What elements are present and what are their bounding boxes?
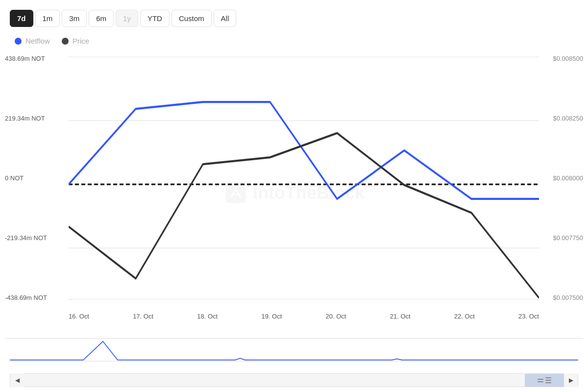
period-3m-button[interactable]: 3m [62, 10, 87, 27]
chart-wrapper: IntoTheBlock 438.69m NOT 219.34m NOT 0 N… [5, 50, 583, 387]
scroll-thumb[interactable] [525, 374, 564, 387]
x-label-0: 16. Oct [69, 313, 89, 320]
x-label-2: 18. Oct [197, 313, 218, 320]
netflow-dot [15, 38, 22, 45]
time-period-selector: 7d 1m 3m 6m 1y YTD Custom All [5, 10, 583, 27]
mini-chart-container[interactable]: May '24 Jul '24 Sep '24 ◀ [5, 338, 583, 387]
x-label-3: 19. Oct [261, 313, 282, 320]
netflow-label: Netflow [25, 37, 50, 45]
x-label-1: 17. Oct [133, 313, 153, 320]
chart-legend: Netflow Price [5, 37, 583, 45]
grip-line-1 [545, 377, 551, 378]
period-ytd-button[interactable]: YTD [140, 10, 170, 27]
y-axis-right: $0.008500 $0.008250 $0.008000 $0.007750 … [539, 50, 583, 306]
scroll-left-handle [538, 379, 543, 382]
x-label-4: 20. Oct [326, 313, 346, 320]
period-7d-button[interactable]: 7d [10, 10, 33, 27]
x-axis: 16. Oct 17. Oct 18. Oct 19. Oct 20. Oct … [69, 309, 539, 333]
y-left-label-2: 0 NOT [5, 174, 69, 182]
y-right-label-0: $0.008500 [539, 55, 583, 62]
x-label-6: 22. Oct [454, 313, 475, 320]
scroll-right-button[interactable]: ▶ [564, 373, 578, 387]
grip-line-2 [545, 380, 551, 381]
y-axis-left: 438.69m NOT 219.34m NOT 0 NOT -219.34m N… [5, 50, 69, 306]
y-right-label-1: $0.008250 [539, 115, 583, 122]
main-container: 7d 1m 3m 6m 1y YTD Custom All Netflow Pr… [0, 0, 588, 392]
scroll-left-button[interactable]: ◀ [10, 373, 24, 387]
handle-line-1 [538, 379, 543, 380]
price-label: Price [73, 37, 89, 45]
y-right-label-3: $0.007750 [539, 234, 583, 242]
period-custom-button[interactable]: Custom [172, 10, 212, 27]
main-chart[interactable]: IntoTheBlock 438.69m NOT 219.34m NOT 0 N… [5, 50, 583, 336]
y-left-label-0: 438.69m NOT [5, 55, 69, 62]
y-left-label-4: -438.69m NOT [5, 294, 69, 301]
y-right-label-2: $0.008000 [539, 174, 583, 182]
scrollbar-area[interactable]: ◀ ▶ [10, 373, 578, 387]
handle-line-2 [538, 381, 543, 382]
y-left-label-1: 219.34m NOT [5, 115, 69, 122]
x-label-5: 21. Oct [390, 313, 411, 320]
mini-chart-inner: May '24 Jul '24 Sep '24 [10, 339, 578, 372]
chart-plot-area[interactable] [69, 50, 539, 306]
price-dot [62, 38, 69, 45]
period-1y-button: 1y [116, 10, 138, 27]
scroll-center-grip [545, 377, 551, 383]
legend-netflow: Netflow [15, 37, 50, 45]
x-label-7: 23. Oct [518, 313, 539, 320]
mini-chart-svg [10, 339, 578, 372]
period-6m-button[interactable]: 6m [89, 10, 114, 27]
legend-price: Price [62, 37, 89, 45]
scroll-track[interactable] [24, 374, 564, 387]
y-right-label-4: $0.007500 [539, 294, 583, 301]
period-1m-button[interactable]: 1m [35, 10, 60, 27]
grip-line-3 [545, 382, 551, 383]
y-left-label-3: -219.34m NOT [5, 234, 69, 242]
period-all-button[interactable]: All [214, 10, 237, 27]
chart-svg [69, 50, 539, 306]
